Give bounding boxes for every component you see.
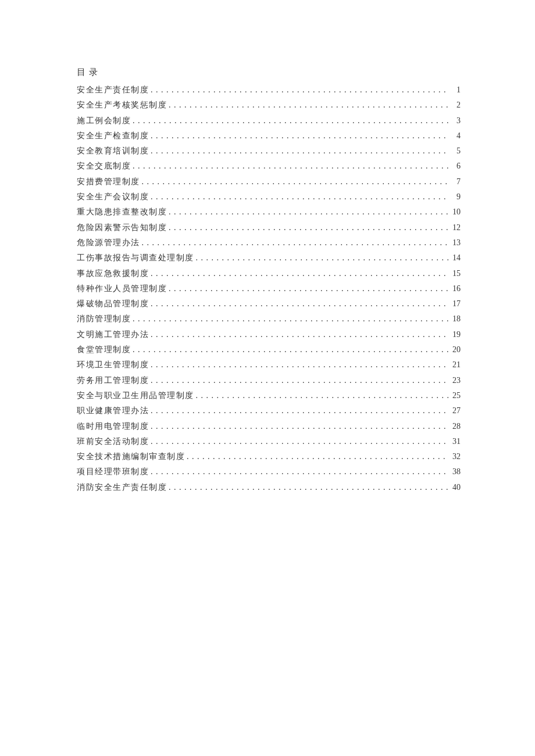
toc-entry-title: 特种作业人员管理制度 [77, 285, 167, 293]
toc-entry-page: 31 [450, 438, 461, 446]
toc-entry-page: 9 [450, 193, 461, 201]
toc-entry: 重大隐患排查整改制度10 [77, 208, 461, 216]
toc-list: 安全生产责任制度1安全生产考核奖惩制度2施工例会制度3安全生产检查制度4安全教育… [77, 86, 461, 492]
toc-leader-dots [169, 224, 448, 232]
toc-entry: 安全与职业卫生用品管理制度25 [77, 392, 461, 400]
toc-entry-title: 临时用电管理制度 [77, 422, 149, 431]
toc-leader-dots [133, 117, 448, 125]
toc-leader-dots [142, 178, 449, 186]
toc-entry: 危险因素警示告知制度12 [77, 224, 461, 232]
toc-entry-title: 安全生产考核奖惩制度 [77, 101, 167, 109]
toc-entry: 环境卫生管理制度21 [77, 361, 461, 369]
toc-entry: 安措费管理制度7 [77, 178, 461, 186]
toc-entry-page: 40 [450, 483, 461, 492]
toc-leader-dots [142, 239, 449, 247]
toc-entry-page: 14 [450, 254, 461, 262]
toc-entry-title: 文明施工管理办法 [77, 331, 149, 339]
toc-entry: 安全生产责任制度1 [77, 86, 461, 94]
toc-entry: 危险源管理办法13 [77, 239, 461, 247]
toc-entry-title: 安全与职业卫生用品管理制度 [77, 392, 194, 400]
toc-entry-title: 施工例会制度 [77, 117, 131, 125]
toc-entry-title: 危险源管理办法 [77, 239, 140, 247]
toc-entry-page: 19 [450, 331, 461, 339]
toc-entry: 班前安全活动制度31 [77, 438, 461, 446]
toc-leader-dots [151, 300, 448, 308]
toc-entry-page: 4 [450, 132, 461, 140]
toc-entry: 临时用电管理制度28 [77, 422, 461, 431]
toc-leader-dots [169, 285, 448, 293]
toc-entry-title: 危险因素警示告知制度 [77, 224, 167, 232]
toc-leader-dots [151, 422, 448, 431]
toc-entry: 事故应急救援制度15 [77, 270, 461, 278]
toc-entry: 安全生产会议制度9 [77, 193, 461, 201]
toc-leader-dots [151, 331, 448, 339]
toc-entry-title: 事故应急救援制度 [77, 270, 149, 278]
toc-leader-dots [187, 453, 448, 461]
toc-leader-dots [151, 377, 448, 385]
toc-leader-dots [151, 361, 448, 369]
toc-leader-dots [151, 132, 448, 140]
toc-entry-page: 10 [450, 208, 461, 216]
toc-entry: 工伤事故报告与调查处理制度14 [77, 254, 461, 262]
toc-entry-page: 23 [450, 377, 461, 385]
toc-entry: 安全交底制度6 [77, 162, 461, 170]
toc-entry-page: 7 [450, 178, 461, 186]
toc-entry-page: 15 [450, 270, 461, 278]
toc-leader-dots [151, 86, 448, 94]
toc-leader-dots [133, 162, 448, 170]
toc-leader-dots [151, 468, 448, 476]
toc-entry-title: 安全生产责任制度 [77, 86, 149, 94]
toc-entry-page: 17 [450, 300, 461, 308]
toc-entry-title: 消防安全生产责任制度 [77, 483, 167, 492]
toc-entry: 安全教育培训制度5 [77, 147, 461, 155]
toc-leader-dots [151, 147, 448, 155]
toc-entry-page: 21 [450, 361, 461, 369]
toc-entry: 施工例会制度3 [77, 117, 461, 125]
toc-entry: 食堂管理制度20 [77, 346, 461, 354]
toc-entry-title: 消防管理制度 [77, 315, 131, 323]
toc-entry-page: 20 [450, 346, 461, 354]
toc-entry-page: 2 [450, 101, 461, 109]
toc-entry-page: 6 [450, 162, 461, 170]
toc-entry: 职业健康管理办法27 [77, 407, 461, 415]
toc-entry: 爆破物品管理制度17 [77, 300, 461, 308]
toc-entry-page: 5 [450, 147, 461, 155]
toc-entry-page: 3 [450, 117, 461, 125]
toc-entry: 文明施工管理办法19 [77, 331, 461, 339]
toc-entry-title: 食堂管理制度 [77, 346, 131, 354]
toc-entry-title: 安全交底制度 [77, 162, 131, 170]
toc-leader-dots [151, 407, 448, 415]
toc-entry-title: 安全生产检查制度 [77, 132, 149, 140]
toc-heading: 目录 [77, 67, 461, 78]
toc-entry: 消防管理制度18 [77, 315, 461, 323]
toc-entry: 项目经理带班制度38 [77, 468, 461, 476]
toc-entry: 安全生产考核奖惩制度2 [77, 101, 461, 109]
toc-entry-title: 职业健康管理办法 [77, 407, 149, 415]
toc-leader-dots [151, 438, 448, 446]
toc-entry: 安全生产检查制度4 [77, 132, 461, 140]
toc-entry-title: 环境卫生管理制度 [77, 361, 149, 369]
toc-entry-title: 安全生产会议制度 [77, 193, 149, 201]
toc-leader-dots [169, 483, 448, 492]
toc-leader-dots [133, 346, 448, 354]
toc-entry-page: 25 [450, 392, 461, 400]
toc-entry-title: 班前安全活动制度 [77, 438, 149, 446]
toc-entry-page: 32 [450, 453, 461, 461]
toc-entry-title: 劳务用工管理制度 [77, 377, 149, 385]
toc-leader-dots [169, 101, 448, 109]
toc-leader-dots [151, 270, 448, 278]
toc-entry: 特种作业人员管理制度16 [77, 285, 461, 293]
toc-entry-page: 38 [450, 468, 461, 476]
toc-leader-dots [196, 254, 449, 262]
toc-entry-title: 重大隐患排查整改制度 [77, 208, 167, 216]
toc-entry-title: 安全技术措施编制审查制度 [77, 453, 185, 461]
toc-entry-page: 12 [450, 224, 461, 232]
toc-entry-title: 安措费管理制度 [77, 178, 140, 186]
toc-entry-title: 安全教育培训制度 [77, 147, 149, 155]
toc-entry-page: 27 [450, 407, 461, 415]
toc-entry-page: 28 [450, 422, 461, 431]
toc-entry-page: 18 [450, 315, 461, 323]
toc-entry-page: 16 [450, 285, 461, 293]
toc-entry: 安全技术措施编制审查制度32 [77, 453, 461, 461]
toc-entry: 劳务用工管理制度23 [77, 377, 461, 385]
